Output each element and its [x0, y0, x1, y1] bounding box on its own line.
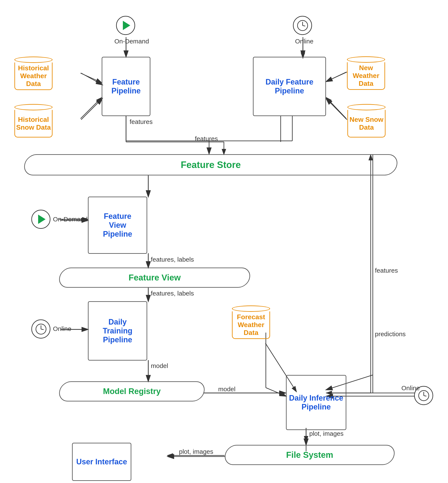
clock-icon-1 — [297, 20, 308, 31]
daily-inference-pipeline-label: Daily Inference Pipeline — [287, 394, 346, 411]
cylinder-body-nw: New Weather Data — [347, 62, 385, 90]
svg-line-4 — [80, 97, 102, 119]
cylinder-body: Historical Weather Data — [14, 63, 53, 90]
play-icon-1 — [123, 21, 130, 30]
svg-line-7 — [326, 97, 346, 119]
on-demand-label-1: On-Demand — [114, 38, 149, 45]
features-label-1: features — [130, 118, 152, 125]
diagram-container: On-Demand Online On-Demand Online Online — [0, 0, 448, 483]
features-labels-1: features, labels — [151, 256, 194, 263]
user-interface-box: User Interface — [72, 443, 131, 481]
cylinder-body-snow: Historical Snow Data — [14, 110, 53, 137]
cylinder-top-snow — [14, 104, 53, 110]
feature-view-pipeline-box: FeatureViewPipeline — [88, 197, 147, 254]
file-system-inner: File System — [225, 445, 394, 465]
historical-snow-label: Historical Snow Data — [15, 116, 52, 131]
svg-line-3 — [80, 73, 102, 83]
svg-line-31 — [81, 98, 102, 120]
file-system: File System — [225, 445, 394, 465]
svg-line-61 — [424, 395, 426, 396]
new-snow-label: New Snow Data — [348, 116, 385, 131]
features-label-3: features — [375, 267, 398, 274]
feature-store: Feature Store — [24, 154, 397, 175]
on-demand-label-2: On-Demand — [53, 216, 88, 223]
new-weather-db: New Weather Data — [347, 56, 385, 90]
online-label-2: Online — [53, 325, 71, 332]
forecast-weather-db: Forecast Weather Data — [232, 305, 270, 339]
daily-inference-pipeline-box: Daily Inference Pipeline — [286, 375, 346, 430]
on-demand-trigger-2 — [31, 210, 50, 229]
feature-store-inner: Feature Store — [24, 154, 397, 175]
daily-training-pipeline-label: DailyTrainingPipeline — [103, 318, 132, 344]
svg-line-6 — [326, 72, 346, 81]
new-snow-db: New Snow Data — [347, 104, 385, 137]
feature-pipeline-box: Feature Pipeline — [102, 57, 150, 116]
historical-snow-db: Historical Snow Data — [14, 104, 53, 137]
svg-line-34 — [326, 98, 347, 120]
plot-images-label-2: plot, images — [179, 448, 213, 455]
forecast-weather-label: Forecast Weather Data — [232, 313, 269, 337]
cylinder-top — [14, 56, 53, 63]
daily-feature-pipeline-label: Daily Feature Pipeline — [254, 78, 325, 95]
model-label-2: model — [218, 386, 236, 393]
feature-pipeline-label: Feature Pipeline — [102, 78, 150, 95]
historical-weather-db: Historical Weather Data — [14, 56, 53, 90]
user-interface-label: User Interface — [76, 457, 127, 466]
svg-line-33 — [326, 72, 347, 81]
svg-line-30 — [81, 73, 102, 85]
svg-line-55 — [303, 25, 305, 26]
cylinder-body-fw: Forecast Weather Data — [232, 311, 270, 339]
file-system-label: File System — [286, 450, 333, 460]
daily-training-pipeline-box: DailyTrainingPipeline — [88, 301, 147, 361]
on-demand-trigger-1 — [116, 16, 135, 35]
features-labels-2: features, labels — [151, 290, 194, 297]
historical-weather-label: Historical Weather Data — [15, 64, 52, 88]
model-registry-inner: Model Registry — [59, 381, 204, 402]
svg-line-58 — [41, 329, 44, 330]
online-label-1: Online — [295, 38, 313, 45]
feature-view-label: Feature View — [128, 273, 181, 282]
plot-images-label-1: plot, images — [309, 430, 344, 437]
model-label-1: model — [151, 362, 168, 370]
feature-view-pipeline-label: FeatureViewPipeline — [103, 212, 132, 239]
model-registry-label: Model Registry — [103, 387, 160, 396]
features-label-2: features — [195, 135, 218, 142]
new-weather-label: New Weather Data — [348, 64, 384, 88]
daily-feature-pipeline-box: Daily Feature Pipeline — [253, 57, 326, 116]
feature-view: Feature View — [59, 267, 250, 288]
online-trigger-1 — [293, 16, 312, 35]
feature-view-inner: Feature View — [59, 267, 250, 288]
cylinder-top-ns — [347, 104, 385, 110]
cylinder-body-ns: New Snow Data — [347, 110, 385, 137]
predictions-label: predictions — [375, 330, 406, 338]
svg-line-49 — [266, 388, 286, 396]
online-trigger-2 — [31, 320, 50, 338]
feature-store-label: Feature Store — [181, 160, 241, 170]
cylinder-top-nw — [347, 56, 385, 63]
cylinder-top-fw — [232, 306, 270, 312]
model-registry: Model Registry — [59, 381, 204, 402]
play-icon-2 — [38, 215, 46, 224]
clock-icon-2 — [35, 323, 47, 335]
online-label-3: Online — [401, 385, 420, 392]
